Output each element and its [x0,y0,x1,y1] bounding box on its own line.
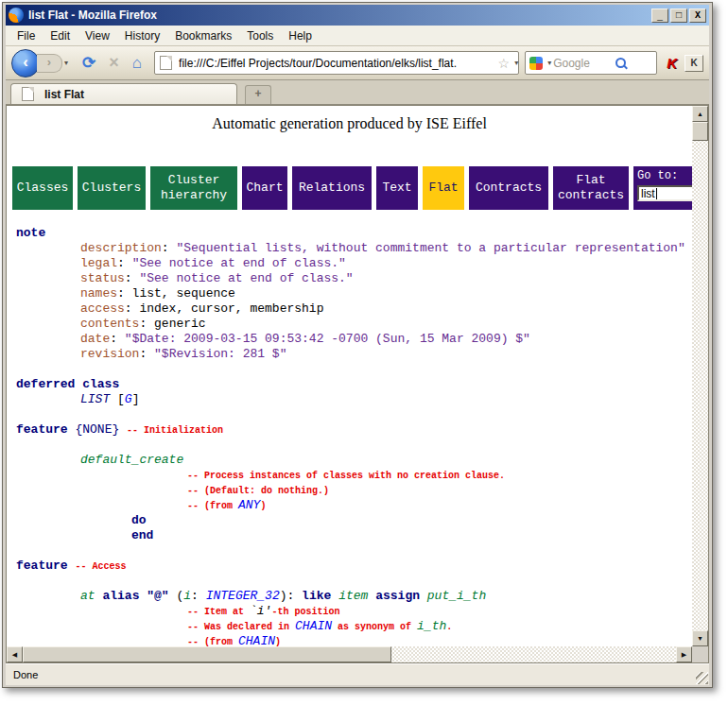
code-text: : [191,589,206,603]
code-text: [ [110,392,125,406]
code-text: "$Revision: 281 $" [154,347,286,361]
search-input[interactable] [551,56,614,71]
code-line [7,407,692,422]
code-line [7,543,692,559]
class-link[interactable]: ANY [238,498,260,512]
menu-file[interactable]: File [9,27,43,44]
code-line: LIST [G] [7,392,692,407]
reload-icon[interactable]: ⟳ [82,53,95,73]
page-favicon [160,56,172,70]
menu-help[interactable]: Help [281,27,320,44]
code-text: LIST [80,392,110,406]
url-dropdown-icon[interactable]: ▾ [514,59,518,67]
code-listing: notedescription: "Sequential lists, with… [7,226,692,646]
history-dropdown-icon[interactable]: ▾ [64,59,68,67]
code-text: feature [16,559,68,573]
code-text: "@" [147,589,168,603]
nav-button-relations[interactable]: Relations [292,166,372,210]
new-tab-button[interactable]: + [245,85,271,104]
search-icon[interactable] [615,58,626,68]
code-line [7,574,692,589]
k-toolbar-button[interactable]: K [685,55,703,72]
firefox-logo-icon [9,8,24,23]
code-text: : [117,256,132,270]
nav-button-contracts[interactable]: Contracts [469,166,548,210]
forward-button[interactable]: › [37,54,62,73]
vertical-scroll-thumb[interactable] [692,122,708,141]
code-text: assign [375,589,420,603]
code-line: contents: generic [7,317,692,332]
menu-bookmarks[interactable]: Bookmarks [167,27,239,44]
nav-button-text[interactable]: Text [376,166,418,210]
code-text: default_create [80,453,183,467]
bookmark-star-icon[interactable]: ☆ [498,56,511,71]
stop-icon[interactable]: × [109,53,119,73]
nav-button-cluster-hierarchy[interactable]: Cluster hierarchy [150,166,237,210]
code-line: feature -- Access [7,559,692,574]
scroll-right-button[interactable]: ▶ [676,646,692,662]
doc-nav-buttons: Classes Clusters Cluster hierarchy Chart… [12,166,692,210]
class-link[interactable]: CHAIN [238,634,275,646]
scroll-up-button[interactable]: ▲ [692,106,708,122]
nav-button-classes[interactable]: Classes [12,166,73,210]
vertical-scrollbar[interactable]: ▲ ▼ [692,106,708,646]
horizontal-scrollbar[interactable]: ◀ ▶ [7,646,692,662]
goto-input[interactable]: list [637,185,692,201]
code-line: revision: "$Revision: 281 $" [7,347,692,362]
horizontal-scroll-thumb[interactable] [23,646,391,662]
code-text: : [125,271,140,285]
tab-bar: list Flat + [6,80,709,105]
code-text: like [302,589,331,603]
menu-edit[interactable]: Edit [43,27,78,44]
content-area: Automatic generation produced by ISE Eif… [6,105,709,663]
nav-button-chart[interactable]: Chart [242,166,287,210]
code-text: ): [280,589,302,603]
class-link[interactable]: INTEGER_32 [206,589,280,603]
minimize-button[interactable]: _ [651,9,668,23]
nav-button-clusters[interactable]: Clusters [78,166,146,210]
code-text: -- (from [187,637,238,646]
nav-button-flat[interactable]: Flat [423,166,464,210]
menu-view[interactable]: View [78,27,117,44]
tab-label: list Flat [44,88,84,101]
code-text: ) [260,501,266,511]
scroll-down-button[interactable]: ▼ [692,630,708,646]
search-box: ▾ [525,51,657,75]
code-text: "$Date: 2009-03-15 09:53:42 -0700 (Sun, … [125,332,530,346]
code-line: feature {NONE} -- Initialization [7,422,692,438]
code-text: at [80,589,95,603]
class-link[interactable]: G [125,392,132,406]
code-text: -th position [271,607,339,617]
tab-list-flat[interactable]: list Flat [10,83,237,104]
code-line: -- (Default: do nothing.) [7,483,692,498]
maximize-button[interactable]: □ [670,9,687,23]
code-text: -- (Default: do nothing.) [187,486,329,496]
code-text: item [338,589,368,603]
code-text: deferred class [16,377,119,391]
home-icon[interactable]: ⌂ [132,54,142,73]
titlebar: list Flat - Mozilla Firefox _ □ X [6,5,709,26]
code-text: put_i_th [427,589,486,603]
kaspersky-icon[interactable]: K [667,55,677,71]
code-line [7,362,692,377]
code-text [331,589,338,603]
code-text: feature [16,422,68,437]
class-link[interactable]: CHAIN [295,619,332,633]
code-text: status [80,271,125,285]
menu-tools[interactable]: Tools [239,27,281,44]
code-text: alias [102,589,139,603]
back-button[interactable]: ‹ [11,49,40,77]
code-line [7,438,692,453]
code-line: -- Item at `i'-th position [7,604,692,619]
nav-button-flat-contracts[interactable]: Flat contracts [553,166,629,210]
scroll-left-button[interactable]: ◀ [7,646,23,662]
menu-history[interactable]: History [117,27,167,44]
code-text: do [131,513,147,527]
feature-link[interactable]: i_th [417,619,446,633]
code-text: access [80,301,125,316]
menubar: File Edit View History Bookmarks Tools H… [6,26,709,46]
close-button[interactable]: X [689,9,706,23]
resize-grip[interactable] [696,672,708,684]
code-text: contents [80,317,139,331]
url-input[interactable] [177,56,495,71]
